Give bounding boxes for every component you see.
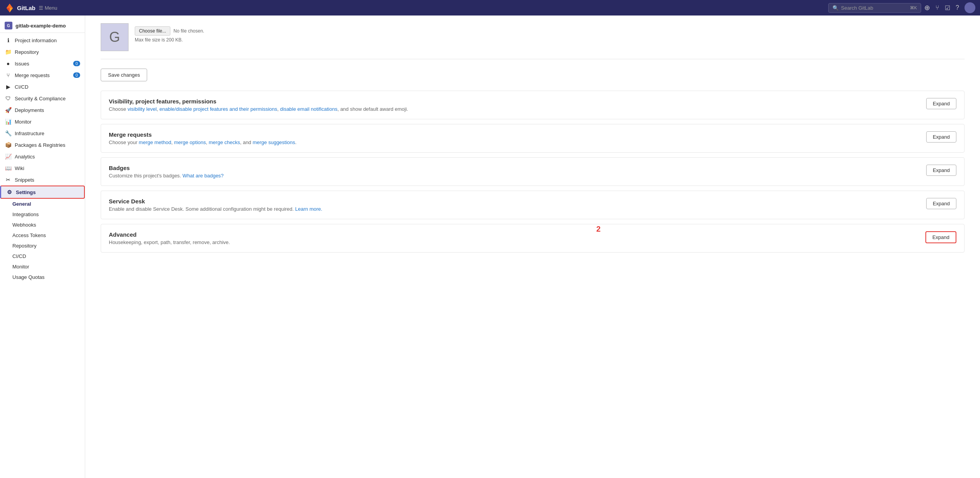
plus-icon[interactable]: ⊕ <box>924 3 930 12</box>
what-are-badges-link[interactable]: What are badges? <box>182 173 223 179</box>
sub-item-general[interactable]: General <box>0 199 85 209</box>
merge-badge: 0 <box>73 72 80 78</box>
nav-icons: ⊕ ⑂ ☑ ? <box>924 2 975 13</box>
user-avatar[interactable] <box>965 2 975 13</box>
sidebar-item-deployments[interactable]: 🚀 Deployments <box>0 104 85 116</box>
sidebar-item-infrastructure[interactable]: 🔧 Infrastructure <box>0 127 85 139</box>
advanced-expand-button[interactable]: Expand <box>925 231 956 243</box>
sidebar-item-analytics[interactable]: 📈 Analytics <box>0 151 85 162</box>
sub-item-monitor[interactable]: Monitor <box>0 261 85 272</box>
sidebar-item-project-information[interactable]: ℹ Project information <box>0 34 85 46</box>
main-content: G Choose file... No file chosen. Max fil… <box>85 15 980 478</box>
merge-icon: ⑂ <box>5 72 12 78</box>
avatar-controls: Choose file... No file chosen. Max file … <box>135 26 204 43</box>
project-icon: G <box>5 22 12 29</box>
disable-email-link[interactable]: disable email notifications <box>280 106 337 112</box>
badges-section: Badges Customize this project's badges. … <box>101 157 965 186</box>
todo-icon[interactable]: ☑ <box>945 4 950 12</box>
choose-file-button[interactable]: Choose file... <box>135 26 170 36</box>
issues-icon: ● <box>5 60 12 67</box>
top-navigation: GitLab ☰ Menu 🔍 ⌘K ⊕ ⑂ ☑ ? <box>0 0 980 15</box>
merge-requests-section: Merge requests Choose your merge method,… <box>101 124 965 153</box>
cicd-icon: ▶ <box>5 84 12 90</box>
wiki-icon: 📖 <box>5 165 12 171</box>
sidebar-item-security[interactable]: 🛡 Security & Compliance <box>0 93 85 104</box>
sidebar-item-issues[interactable]: ● Issues 0 <box>0 58 85 69</box>
merge-requests-expand-button[interactable]: Expand <box>926 131 956 143</box>
badges-desc: Customize this project's badges. What ar… <box>109 173 920 179</box>
sidebar-item-merge-requests[interactable]: ⑂ Merge requests 0 <box>0 69 85 81</box>
sub-item-usage-quotas[interactable]: Usage Quotas <box>0 272 85 282</box>
visibility-desc: Choose visibility level, enable/disable … <box>109 106 920 112</box>
visibility-title: Visibility, project features, permission… <box>109 98 920 105</box>
merge-requests-desc: Choose your merge method, merge options,… <box>109 139 920 145</box>
project-avatar: G <box>101 23 129 51</box>
help-icon[interactable]: ? <box>956 4 959 11</box>
merge-checks-link[interactable]: merge checks <box>209 139 240 145</box>
merge-request-icon[interactable]: ⑂ <box>935 4 939 11</box>
annotation-2: 2 <box>596 225 601 234</box>
sub-item-integrations[interactable]: Integrations <box>0 209 85 220</box>
advanced-section: Advanced Housekeeping, export, path, tra… <box>101 224 965 253</box>
project-name: gitlab-example-demo <box>15 23 66 29</box>
badges-title: Badges <box>109 165 920 171</box>
sidebar-item-settings[interactable]: ⚙ Settings <box>0 186 85 199</box>
file-choose-row: Choose file... No file chosen. <box>135 26 204 36</box>
visibility-expand-button[interactable]: Expand <box>926 98 956 109</box>
sub-item-access-tokens[interactable]: Access Tokens <box>0 230 85 241</box>
infrastructure-icon: 🔧 <box>5 130 12 136</box>
sub-item-repository[interactable]: Repository <box>0 241 85 251</box>
sub-item-webhooks[interactable]: Webhooks <box>0 220 85 230</box>
advanced-desc: Housekeeping, export, path, transfer, re… <box>109 239 919 245</box>
save-changes-button[interactable]: Save changes <box>101 69 147 81</box>
sidebar-item-wiki[interactable]: 📖 Wiki <box>0 162 85 174</box>
service-desk-expand-button[interactable]: Expand <box>926 198 956 209</box>
service-desk-section: Service Desk Enable and disable Service … <box>101 191 965 219</box>
analytics-icon: 📈 <box>5 153 12 160</box>
deployments-icon: 🚀 <box>5 107 12 113</box>
merge-requests-title: Merge requests <box>109 131 920 138</box>
enable-disable-link[interactable]: enable/disable project features and thei… <box>160 106 277 112</box>
shield-icon: 🛡 <box>5 95 12 101</box>
merge-method-link[interactable]: merge method <box>139 139 171 145</box>
page-layout: G gitlab-example-demo ℹ Project informat… <box>0 15 980 478</box>
service-desk-title: Service Desk <box>109 198 920 205</box>
merge-suggestions-link[interactable]: merge suggestions <box>252 139 295 145</box>
sidebar-item-packages[interactable]: 📦 Packages & Registries <box>0 139 85 151</box>
menu-button[interactable]: ☰ Menu <box>39 5 58 11</box>
sidebar: G gitlab-example-demo ℹ Project informat… <box>0 15 85 478</box>
badges-expand-button[interactable]: Expand <box>926 165 956 176</box>
merge-options-link[interactable]: merge options <box>174 139 206 145</box>
avatar-section: G Choose file... No file chosen. Max fil… <box>101 23 965 59</box>
file-size-note: Max file size is 200 KB. <box>135 37 204 43</box>
sidebar-project-header: G gitlab-example-demo <box>0 19 85 33</box>
file-name-label: No file chosen. <box>173 28 204 34</box>
monitor-icon: 📊 <box>5 119 12 125</box>
visibility-section: Visibility, project features, permission… <box>101 91 965 119</box>
sub-item-ci-cd[interactable]: CI/CD <box>0 251 85 261</box>
gitlab-wordmark: GitLab <box>17 5 36 11</box>
visibility-level-link[interactable]: visibility level <box>127 106 156 112</box>
search-shortcut: ⌘K <box>910 5 917 10</box>
sidebar-item-cicd[interactable]: ▶ CI/CD <box>0 81 85 93</box>
gitlab-logo[interactable]: GitLab <box>5 3 36 13</box>
snippets-icon: ✂ <box>5 177 12 183</box>
packages-icon: 📦 <box>5 142 12 148</box>
learn-more-link[interactable]: Learn more. <box>295 206 322 212</box>
info-icon: ℹ <box>5 37 12 43</box>
repository-icon: 📁 <box>5 49 12 55</box>
sidebar-item-monitor[interactable]: 📊 Monitor <box>0 116 85 127</box>
sidebar-item-snippets[interactable]: ✂ Snippets <box>0 174 85 186</box>
sidebar-item-repository[interactable]: 📁 Repository <box>0 46 85 58</box>
advanced-title: Advanced <box>109 231 919 238</box>
settings-icon: ⚙ <box>6 189 13 195</box>
issues-badge: 0 <box>73 61 80 66</box>
service-desk-desc: Enable and disable Service Desk. Some ad… <box>109 206 920 212</box>
hamburger-icon: ☰ <box>39 5 43 11</box>
search-bar[interactable]: 🔍 ⌘K <box>828 3 921 13</box>
search-icon: 🔍 <box>832 5 839 11</box>
search-input[interactable] <box>841 5 908 11</box>
